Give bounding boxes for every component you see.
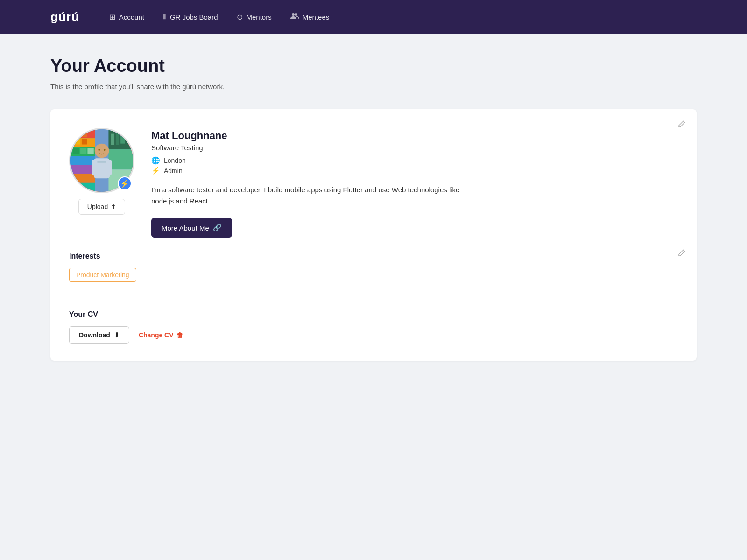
svg-rect-19 xyxy=(108,149,133,169)
avatar-wrapper: ⚡ xyxy=(69,128,134,193)
page-subtitle: This is the profile that you'll share wi… xyxy=(50,83,697,91)
logo[interactable]: gúrú xyxy=(50,10,79,24)
upload-label: Upload xyxy=(87,203,108,210)
nav-jobs[interactable]: ⦀ GR Jobs Board xyxy=(163,13,218,21)
interest-tag: Product Marketing xyxy=(69,268,136,282)
profile-bio: I'm a software tester and developer, I b… xyxy=(151,184,469,207)
download-button[interactable]: Download ⬇ xyxy=(69,326,129,344)
svg-point-30 xyxy=(104,149,106,151)
upload-icon: ⬆ xyxy=(111,203,116,210)
profile-card: ⚡ Upload ⬆ Mat Loughnane Software Testin… xyxy=(50,109,697,361)
nav-jobs-label: GR Jobs Board xyxy=(170,13,218,21)
cv-title: Your CV xyxy=(69,310,678,319)
more-about-label: More About Me xyxy=(162,224,209,232)
svg-point-25 xyxy=(95,144,109,158)
svg-rect-16 xyxy=(80,148,86,154)
svg-rect-21 xyxy=(111,134,114,145)
mentees-icon xyxy=(290,13,299,21)
svg-rect-31 xyxy=(97,161,106,163)
nav-account[interactable]: ⊞ Account xyxy=(109,13,144,21)
cv-section: Your CV Download ⬇ Change CV 🗑 xyxy=(50,296,697,361)
edit-profile-icon[interactable] xyxy=(678,120,685,130)
download-label: Download xyxy=(79,331,110,339)
svg-rect-27 xyxy=(92,160,98,175)
svg-rect-9 xyxy=(70,174,95,183)
account-icon: ⊞ xyxy=(109,13,115,21)
cv-actions: Download ⬇ Change CV 🗑 xyxy=(69,326,678,344)
nav-mentors[interactable]: ⊙ Mentors xyxy=(237,13,272,21)
profile-main: ⚡ Upload ⬆ Mat Loughnane Software Testin… xyxy=(69,128,678,238)
delete-icon: 🗑 xyxy=(176,331,183,339)
change-cv-label: Change CV xyxy=(139,331,174,339)
svg-rect-13 xyxy=(75,139,80,144)
profile-name: Mat Loughnane xyxy=(151,130,678,142)
svg-rect-7 xyxy=(70,156,95,165)
upload-button[interactable]: Upload ⬆ xyxy=(78,199,125,215)
location-text: London xyxy=(164,157,186,164)
svg-point-1 xyxy=(295,13,297,16)
profile-role: Software Testing xyxy=(151,144,678,152)
svg-rect-23 xyxy=(120,134,125,143)
svg-rect-11 xyxy=(75,132,80,137)
page-header: Your Account This is the profile that yo… xyxy=(0,34,747,109)
badge-icon: ⚡ xyxy=(151,167,160,175)
navbar: gúrú ⊞ Account ⦀ GR Jobs Board ⊙ Mentors… xyxy=(0,0,747,34)
location-icon: 🌐 xyxy=(151,156,160,165)
svg-rect-17 xyxy=(87,148,93,154)
profile-info: Mat Loughnane Software Testing 🌐 London … xyxy=(151,128,678,238)
change-cv-button[interactable]: Change CV 🗑 xyxy=(139,331,183,339)
svg-rect-10 xyxy=(70,183,95,192)
avatar-area: ⚡ Upload ⬆ xyxy=(69,128,134,215)
svg-rect-12 xyxy=(82,132,87,137)
download-icon: ⬇ xyxy=(114,331,120,339)
page-title: Your Account xyxy=(50,56,697,76)
jobs-icon: ⦀ xyxy=(163,13,166,21)
nav-mentees[interactable]: Mentees xyxy=(290,13,330,21)
edit-interests-icon[interactable] xyxy=(678,249,685,259)
link-icon: 🔗 xyxy=(213,224,222,232)
interests-section: Interests Product Marketing xyxy=(50,238,697,296)
badge-item: ⚡ Admin xyxy=(151,167,678,175)
badge-lightning: ⚡ xyxy=(118,176,132,190)
svg-point-29 xyxy=(98,149,100,151)
nav-mentees-label: Mentees xyxy=(303,13,330,21)
svg-rect-8 xyxy=(70,165,95,174)
profile-meta: 🌐 London ⚡ Admin xyxy=(151,156,678,175)
nav-account-label: Account xyxy=(119,13,144,21)
svg-rect-14 xyxy=(82,139,87,144)
profile-section: ⚡ Upload ⬆ Mat Loughnane Software Testin… xyxy=(50,109,697,238)
location-item: 🌐 London xyxy=(151,156,678,165)
nav-mentors-label: Mentors xyxy=(247,13,272,21)
badge-text: Admin xyxy=(164,167,183,175)
more-about-button[interactable]: More About Me 🔗 xyxy=(151,218,232,238)
main-content: Your Account This is the profile that yo… xyxy=(0,34,747,560)
lightning-icon: ⚡ xyxy=(120,179,129,188)
interests-tags: Product Marketing xyxy=(69,268,678,282)
svg-rect-28 xyxy=(106,160,112,175)
mentors-icon: ⊙ xyxy=(237,13,243,21)
svg-rect-22 xyxy=(116,132,119,145)
interests-title: Interests xyxy=(69,252,678,260)
svg-point-0 xyxy=(292,13,295,16)
svg-rect-15 xyxy=(73,148,79,154)
